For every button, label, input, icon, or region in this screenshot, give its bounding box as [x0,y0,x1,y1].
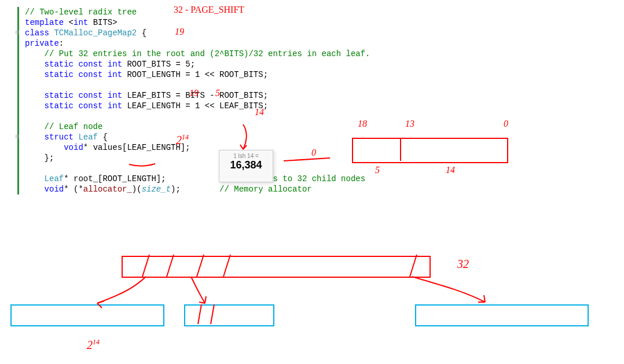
code-kw: static const int [25,70,122,79]
code-op: { [98,133,108,142]
code-id: LEAF_LENGTH = 1 << LEAF_BITS; [122,101,268,111]
annotation-2-14b: 214 [87,338,100,352]
code-kw: static const int [25,101,122,111]
code-op: > [112,18,117,27]
tooltip-expr: 1 lsh 14 = [219,153,273,159]
code-op: : [59,39,64,48]
code-comment: // Put 32 entries in the root and (2^BIT… [25,49,370,58]
code-kw: int [74,18,88,27]
code-id: ROOT_BITS = 5; [122,60,195,69]
code-blank [25,80,30,90]
annotation-19a: 19 [175,27,184,37]
code-op: }; [25,153,54,163]
fold-marker: ⊟ [16,28,19,38]
code-kw: static const int [25,60,122,69]
leaf-box-3 [415,304,589,326]
annotation-0d: 0 [311,148,316,158]
annotation-19b: 19 [189,88,199,98]
code-field: allocator_ [83,185,132,194]
tooltip-result: 16,384 [219,159,273,171]
code-kw: private [25,39,59,48]
code-block: // Two-level radix tree template <int BI… [17,7,370,194]
code-param: size_t [142,185,171,194]
code-type: Leaf [74,133,98,142]
code-id: * (* [64,185,83,194]
code-type: TCMalloc_PageMap2 [49,28,137,38]
code-id: )( [132,185,142,194]
fold-marker: ⊟ [16,132,19,142]
annotation-14a: 14 [255,107,264,117]
code-id: * values[LEAF_LENGTH]; [83,143,190,152]
annotation-18: 18 [358,119,367,129]
code-kw: template [25,18,64,27]
code-id: ROOT_LENGTH = 1 << ROOT_BITS; [122,70,268,79]
code-kw: class [25,28,49,38]
code-id: ); [171,185,219,194]
code-comment: // Memory allocator [219,185,312,194]
annotation-2-14a: 214 [176,133,189,147]
code-type: Leaf [25,174,64,183]
code-blank [25,164,30,173]
annotation-5: 5 [215,88,220,98]
leaf-box-2 [184,304,274,326]
code-op: < [64,18,74,27]
code-comment: // Two-level radix tree [25,8,137,17]
code-op: { [137,28,146,38]
code-kw: void [25,143,83,152]
root-array-box [122,256,431,278]
annotation-5b: 5 [375,165,380,175]
annotation-0r: 0 [504,119,508,129]
bitfield-box [352,138,508,163]
code-comment: // Leaf node [25,122,102,131]
leaf-box-1 [10,304,164,326]
code-kw: static const int [25,91,122,100]
code-id: * root_[ROOT_LENGTH]; [64,174,224,183]
calc-tooltip: 1 lsh 14 = 16,384 [219,150,273,182]
annotation-page-shift: 32 - PAGE_SHIFT [174,5,244,15]
code-id: BITS [88,18,112,27]
code-blank [25,112,30,121]
annotation-32: 32 [457,258,469,271]
annotation-13: 13 [405,119,414,129]
code-kw: void [25,185,64,194]
annotation-14b: 14 [446,165,455,175]
code-kw: struct [25,133,74,142]
